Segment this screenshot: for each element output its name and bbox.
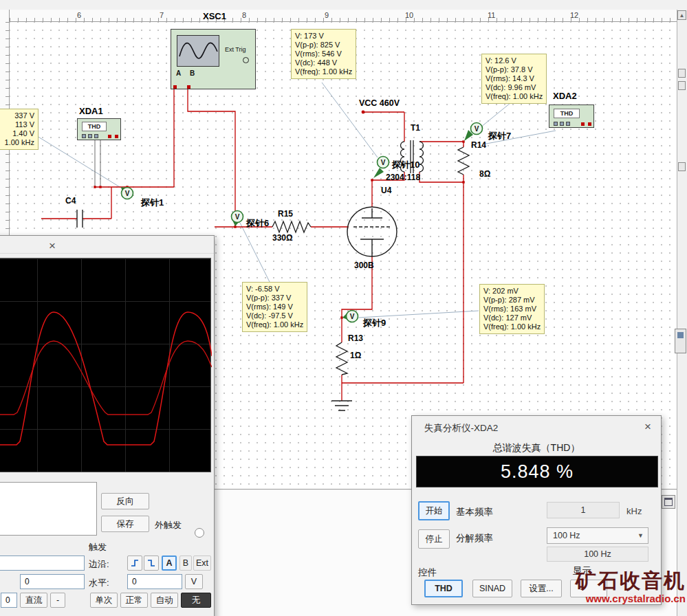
none-button[interactable]: 无 xyxy=(181,593,211,608)
thd-heading: 总谐波失真（THD） xyxy=(412,442,661,454)
probe-1-label: 探针1 xyxy=(141,197,164,209)
distortion-analyzer-xda1-icon[interactable]: THD xyxy=(77,118,121,140)
probe-10-label: 探针10 xyxy=(392,159,419,171)
xda2-button xyxy=(566,122,570,126)
readout-line: V(p-p): 825 V xyxy=(295,41,352,50)
ext-trig-label: Ext Trig xyxy=(225,46,246,53)
start-button[interactable]: 开始 xyxy=(418,501,450,520)
multisim-app: 6 7 8 9 10 11 12 ▲ xyxy=(0,0,687,616)
close-icon[interactable]: × xyxy=(49,240,56,252)
collapsed-panel-tab[interactable] xyxy=(675,329,686,353)
xsc1-ref: XSC1 xyxy=(203,11,226,21)
ext-trigger-label: 外触发 xyxy=(155,519,182,531)
distortion-analyzer-window[interactable]: 失真分析仪-XDA2 × 总谐波失真（THD） 5.848 % 开始 停止 基本… xyxy=(411,415,662,605)
resolution-readout: 100 Hz xyxy=(547,547,648,562)
readout-line: V(freq): 1.00 kHz xyxy=(483,322,541,331)
panel-tab-icon[interactable] xyxy=(678,69,686,78)
settings-button[interactable]: 设置... xyxy=(521,580,562,597)
terminal-dot[interactable] xyxy=(173,85,177,89)
stop-button[interactable]: 停止 xyxy=(418,529,450,549)
probe-readout-box[interactable]: V: 173 V V(p-p): 825 V V(rms): 546 V V(d… xyxy=(291,29,356,79)
panel-tab-icon[interactable] xyxy=(678,81,686,90)
r13-ref: R13 xyxy=(348,333,363,343)
panel-tab-icon[interactable] xyxy=(678,162,686,171)
terminal-dot[interactable] xyxy=(108,135,111,138)
rising-edge-button[interactable] xyxy=(127,556,142,571)
display-unit-button[interactable] xyxy=(570,580,607,597)
probe-readout-box[interactable]: V: -6.58 V V(p-p): 337 V V(rms): 149 V V… xyxy=(242,282,307,332)
readout-line: 1.40 V xyxy=(0,129,34,138)
scope-titlebar[interactable] xyxy=(0,236,214,254)
single-button[interactable]: 单次 xyxy=(90,593,118,608)
r15-ref: R15 xyxy=(278,209,293,219)
readout-line: V: 12.6 V xyxy=(486,56,543,65)
spreadsheet-view-icon[interactable] xyxy=(662,495,675,509)
r13-value: 1Ω xyxy=(350,351,361,360)
probe-readout-box[interactable]: V: 12.6 V V(p-p): 37.8 V V(rms): 14.3 V … xyxy=(481,54,547,104)
controls-group-label: 控件 xyxy=(418,566,437,579)
terminal-dot[interactable] xyxy=(187,85,190,89)
readout-line: V(dc): 448 V xyxy=(295,58,352,67)
xda1-button xyxy=(88,134,92,138)
channel-a-label: A xyxy=(176,69,181,77)
auto-button[interactable]: 自动 xyxy=(151,593,178,608)
trigger-terminal[interactable] xyxy=(243,57,249,63)
sinad-mode-button[interactable]: SINAD xyxy=(472,580,512,597)
terminal-dot[interactable] xyxy=(115,135,118,138)
terminal-dot[interactable] xyxy=(588,122,591,126)
invert-button[interactable]: 反向 xyxy=(101,493,149,509)
ext-trigger-radio[interactable] xyxy=(195,528,204,538)
scope-traces xyxy=(0,312,212,445)
rising-edge-icon xyxy=(129,558,140,569)
readout-line: V: -6.58 V xyxy=(246,285,303,294)
oscilloscope-window[interactable]: × 反向 保存 外触发 触发 10 V/Div 边沿: A B Ext 0 水平… xyxy=(0,235,215,616)
resolution-dropdown[interactable]: 100 Hz ▼ xyxy=(547,527,648,544)
readout-line: V(freq): 1.00 kHz xyxy=(295,67,352,76)
readout-line: V(p-p): 37.8 V xyxy=(486,65,543,74)
r14-ref: R14 xyxy=(471,140,486,150)
falling-edge-icon xyxy=(146,558,157,569)
xda2-button xyxy=(554,122,558,126)
xda2-display: THD xyxy=(554,109,580,118)
terminal-dot[interactable] xyxy=(581,122,585,126)
fundamental-value-field[interactable]: 1 xyxy=(547,502,620,518)
trigger-heading: 触发 xyxy=(89,541,107,553)
scope-readout-list[interactable] xyxy=(0,482,97,536)
probe-readout-box[interactable]: 337 V 113 V 1.40 V 1.00 kHz xyxy=(0,109,39,150)
thd-mode-button[interactable]: THD xyxy=(424,580,463,597)
level-unit-button[interactable]: V xyxy=(185,574,203,589)
oscilloscope-xsc1-icon[interactable]: Ext Trig A B xyxy=(171,29,256,89)
readout-line: V(dc): -97.5 V xyxy=(246,311,303,320)
fundamental-label: 基本频率 xyxy=(456,506,493,518)
extra-input[interactable]: 0 xyxy=(1,593,17,608)
xda2-button xyxy=(560,122,564,126)
scale-input[interactable]: 10 V/Div xyxy=(0,556,85,571)
position-input[interactable]: 0 xyxy=(20,574,85,589)
readout-line: 1.00 kHz xyxy=(0,138,34,147)
readout-line: V(freq): 1.00 kHz xyxy=(246,320,303,329)
thd-reading-display: 5.848 % xyxy=(416,456,658,487)
close-icon[interactable]: × xyxy=(644,421,651,432)
readout-line: V: 173 V xyxy=(295,32,352,41)
readout-line: V(p-p): 287 mV xyxy=(483,296,541,305)
resolution-label: 分解频率 xyxy=(456,532,493,544)
edge-label: 边沿: xyxy=(89,558,109,571)
normal-button[interactable]: 正常 xyxy=(120,593,148,608)
scroll-up-button[interactable]: ▲ xyxy=(677,10,686,20)
probe-readout-box[interactable]: V: 202 mV V(p-p): 287 mV V(rms): 163 mV … xyxy=(479,284,545,334)
level-input[interactable]: 0 xyxy=(127,574,182,589)
readout-line: V(rms): 546 V xyxy=(295,50,352,58)
trigger-ext-button[interactable]: Ext xyxy=(193,556,211,571)
mini-sine-icon xyxy=(177,36,219,66)
save-button[interactable]: 保存 xyxy=(101,516,149,532)
readout-line: V: 202 mV xyxy=(483,287,541,296)
dc-coupling-button[interactable]: 直流 xyxy=(20,593,47,608)
trigger-channel-b-button[interactable]: B xyxy=(179,556,192,571)
falling-edge-button[interactable] xyxy=(144,556,159,571)
readout-line: V(rms): 149 V xyxy=(246,302,303,311)
minus-button[interactable]: - xyxy=(50,593,65,608)
distortion-analyzer-xda2-icon[interactable]: THD xyxy=(549,104,594,128)
trigger-channel-a-button[interactable]: A xyxy=(162,556,177,571)
vertical-scrollbar[interactable] xyxy=(677,10,687,616)
resolution-value: 100 Hz xyxy=(553,531,580,540)
